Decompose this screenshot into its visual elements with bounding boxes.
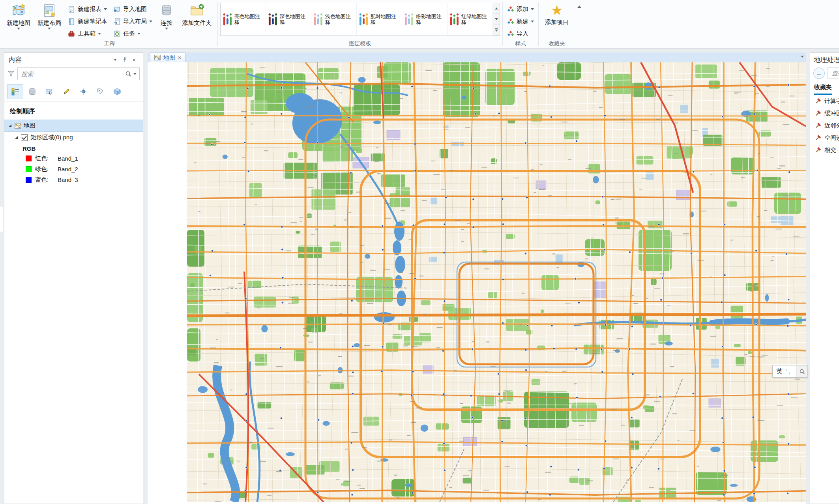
tasks-button[interactable]: 任务 [111,28,154,39]
layer-template-label: 粉彩地图注释 [416,13,445,25]
ribbon-separator [538,2,539,46]
search-icon [799,369,805,375]
new-map-caret-icon [17,28,20,30]
style-new-caret-icon [531,21,534,22]
gallery-scroll-up-button[interactable] [493,3,500,14]
panel-menu-button[interactable] [110,55,120,64]
contents-search-row [4,66,143,82]
gp-tool-label: 缓冲区 [824,110,839,117]
list-by-perspective-button[interactable] [109,84,125,99]
editing-pencil-icon [62,88,70,96]
connect-button[interactable]: 连接 [156,1,177,40]
new-layout-icon [42,4,56,18]
view-tab-strip: 地图 × [148,52,806,62]
layer-template-item[interactable]: 红绿地图注释 [448,3,493,36]
ime-punctuation-indicator[interactable]: ’， [785,368,792,375]
add-item-button[interactable]: ★ 添加项目 [541,1,573,40]
map-view-tab[interactable]: 地图 × [150,52,185,62]
geoprocessing-title: 地理处理 [814,55,839,64]
toolbox-label: 工具箱 [78,30,96,37]
style-add-caret-icon [531,8,534,10]
gp-tool-item[interactable]: 缓冲区 [810,107,839,120]
ime-search-button[interactable] [796,365,808,378]
new-map-button[interactable]: 新建地图 [4,1,33,40]
style-import-button[interactable]: 导入 [505,28,536,39]
band-label: 红色: [35,155,54,162]
gp-tool-item[interactable]: 计算字段 [810,95,839,107]
list-by-snapping-button[interactable] [75,84,91,99]
layer-template-icon [268,12,278,26]
style-add-button[interactable]: 添加 [505,4,536,15]
toolbox-button[interactable]: 工具箱 [66,28,109,39]
new-map-icon [11,4,26,18]
gp-tool-item[interactable]: 近邻分析 [810,120,839,132]
expand-triangle-icon[interactable] [8,124,12,127]
band-label: 绿色: [35,165,54,173]
contents-search-input[interactable] [21,70,123,78]
tab-favorites[interactable]: 收藏夹 [814,84,832,95]
geoprocessing-search-input[interactable] [831,69,839,77]
layer-template-item[interactable]: 深色地图注释 [266,3,311,36]
list-by-data-source-button[interactable] [24,84,40,99]
map-tab-icon [154,55,161,60]
project-small-column-1: 新建报表 新建笔记本 工具箱 [66,1,109,40]
search-icon[interactable] [125,71,131,77]
layer-template-item[interactable]: 浅色地图注释 [311,3,357,36]
layer-template-icon [313,12,323,26]
styles-group-label: 样式 [505,40,536,48]
import-map-label: 导入地图 [123,6,147,13]
import-layout-button[interactable]: 导入布局 [111,16,154,27]
new-layout-button[interactable]: 新建布局 [35,1,64,40]
collapse-ribbon-button[interactable] [574,4,584,9]
import-map-button[interactable]: 导入地图 [111,4,154,15]
search-options-caret-icon[interactable] [133,73,137,75]
layer-template-item[interactable]: 配对地图注释 [357,3,402,36]
ime-main-box[interactable]: 英 ’， [772,365,796,378]
list-by-selection-button[interactable] [41,84,57,99]
tab-list-dropdown[interactable] [801,56,804,58]
gp-tool-item[interactable]: 空间连接 [810,132,839,144]
left-dock-strip [0,52,4,504]
layer-template-icon [449,12,459,26]
close-tab-icon[interactable]: × [178,55,181,60]
tool-hammer-icon [815,111,821,117]
style-add-icon [507,6,514,13]
map-thumbnail-icon [15,123,21,129]
gp-tool-item[interactable]: 相交 [810,144,839,156]
layer-template-label: 浅色地图注释 [325,13,354,25]
chevron-up-icon [577,6,581,8]
list-by-drawing-order-button[interactable] [7,84,23,99]
layer-template-label: 深色地图注释 [280,13,309,25]
gallery-scroll-down-button[interactable] [493,14,500,24]
list-by-labeling-button[interactable] [92,84,108,99]
label-tag-icon [96,88,104,96]
tool-hammer-icon [815,98,821,105]
tree-item-raster-layer[interactable]: 矩形区域(0).png [4,132,143,143]
new-report-button[interactable]: 新建报表 [66,4,109,15]
style-new-icon [507,18,514,25]
snapping-grid-icon [79,88,87,96]
gallery-expand-icon [495,28,498,32]
back-button[interactable]: ← [813,67,825,79]
layer-template-item[interactable]: 亮色地图注释 [221,3,266,36]
ime-mode-indicator[interactable]: 英 [776,367,783,376]
add-folder-button[interactable]: 添加文件夹 [179,1,215,40]
tree-item-map[interactable]: 地图 [4,120,143,132]
new-notebook-button[interactable]: 新建笔记本 [66,16,109,27]
gallery-expand-button[interactable] [493,25,500,36]
layer-templates-group-label: 图层模板 [220,40,500,48]
expand-triangle-icon[interactable] [15,136,18,139]
list-by-editing-button[interactable] [58,84,74,99]
style-new-button[interactable]: 新建 [505,16,536,27]
ribbon-group-layer-templates: 亮色地图注释深色地图注释浅色地图注释配对地图注释粉彩地图注释红绿地图注释 图层模… [219,0,502,48]
chevron-down-icon [114,59,117,61]
layer-template-item[interactable]: 粉彩地图注释 [402,3,448,36]
map-canvas[interactable] [187,62,806,502]
collapsed-panel-tab[interactable] [0,206,4,232]
gp-tool-label: 近邻分析 [824,122,839,129]
panel-pin-button[interactable] [120,55,129,64]
panel-close-button[interactable]: × [129,55,139,64]
tasks-icon [113,30,121,38]
layer-visibility-checkbox[interactable] [21,134,28,141]
band-value: Band_3 [58,176,78,183]
